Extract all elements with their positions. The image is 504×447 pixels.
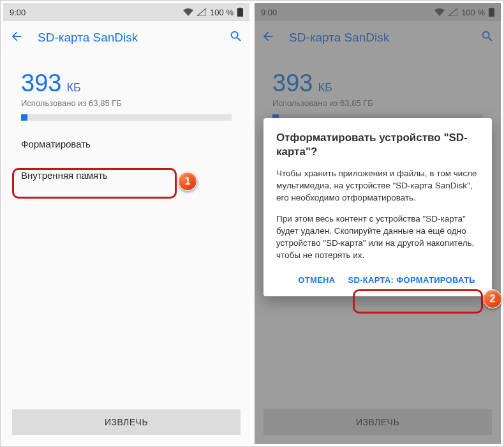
content-area: 393 КБ Использовано из 63,85 ГБ Форматир…: [3, 54, 249, 444]
dialog-cancel-button[interactable]: ОТМЕНА: [294, 270, 339, 290]
phone-right: 9:00 100 % SD-карта SanDisk: [255, 3, 501, 444]
page-title: SD-карта SanDisk: [38, 31, 215, 45]
option-internal-storage[interactable]: Внутренняя память: [3, 160, 249, 191]
dialog-title: Отформатировать устройство "SD-карта"?: [276, 131, 479, 159]
svg-rect-0: [237, 8, 243, 17]
storage-used-label: Использовано из 63,85 ГБ: [21, 98, 232, 108]
storage-size-unit: КБ: [66, 81, 80, 95]
storage-summary: 393 КБ Использовано из 63,85 ГБ: [3, 54, 249, 123]
annotation-badge-2: 2: [483, 289, 502, 308]
back-icon[interactable]: [10, 29, 24, 46]
search-icon[interactable]: [229, 29, 243, 46]
signal-icon: [197, 8, 206, 16]
dialog-paragraph-2: При этом весь контент с устройства "SD-к…: [276, 213, 479, 262]
eject-button[interactable]: ИЗВЛЕЧЬ: [12, 409, 241, 435]
format-dialog: Отформатировать устройство "SD-карта"? Ч…: [263, 118, 492, 296]
battery-percent: 100 %: [210, 8, 233, 17]
clock: 9:00: [10, 8, 26, 17]
dialog-format-button[interactable]: SD-КАРТА: ФОРМАТИРОВАТЬ: [344, 270, 479, 290]
status-bar: 9:00 100 %: [3, 3, 249, 21]
svg-rect-1: [239, 8, 241, 9]
storage-progress-bar: [21, 114, 232, 121]
option-format[interactable]: Форматировать: [3, 128, 249, 160]
annotation-badge-1: 1: [178, 172, 197, 191]
battery-icon: [237, 8, 243, 17]
app-bar: SD-карта SanDisk: [3, 21, 249, 54]
phone-left: 9:00 100 % SD-карта SanDisk: [3, 3, 249, 444]
storage-size-value: 393: [21, 70, 61, 97]
dialog-paragraph-1: Чтобы хранить приложения и файлы, в том …: [276, 168, 479, 204]
storage-progress-fill: [21, 114, 27, 121]
wifi-icon: [183, 8, 193, 16]
